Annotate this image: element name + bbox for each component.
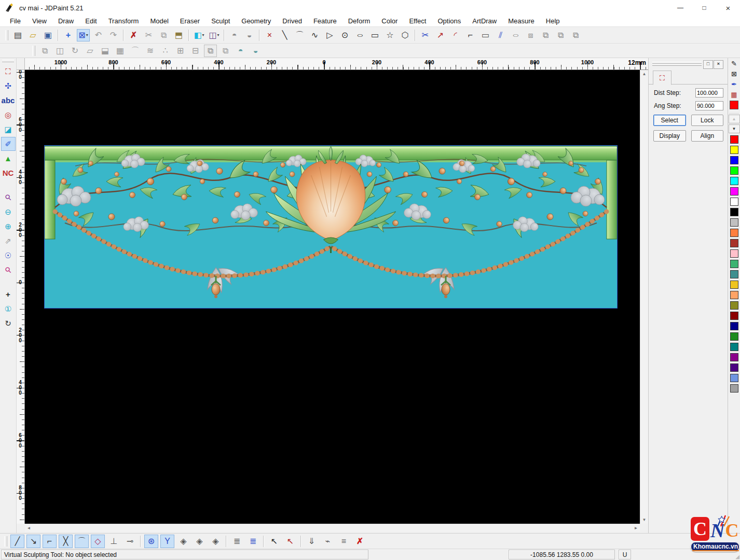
plane-snap-yz[interactable]: ◈ [193,535,207,548]
vertical-scrollbar[interactable]: ▲ ▼ [640,70,648,524]
grid-array[interactable]: ▦ [114,45,127,57]
color-swatch-22[interactable] [730,353,738,361]
menu-geometry[interactable]: Geometry [236,16,277,26]
menu-transform[interactable]: Transform [103,16,145,26]
new-file[interactable]: ▤ [11,29,24,41]
draw-star[interactable]: ☆ [383,29,396,41]
menu-color[interactable]: Color [376,16,403,26]
no-color-tool[interactable]: ⊠ [729,69,739,79]
menu-drived[interactable]: Drived [277,16,308,26]
wireframe-view[interactable]: ◫▾ [208,29,221,41]
axis-snap[interactable]: Y [160,535,174,548]
resize-grip[interactable]: ◢ [735,554,739,559]
redo[interactable]: ↷ [107,29,120,41]
zoom-actual-tool[interactable]: ① [1,302,16,316]
save-file[interactable]: ▣ [42,29,54,41]
zoom-in-tool[interactable]: ⊕ [1,219,16,233]
lock-button[interactable]: Lock [691,115,724,126]
color-swatch-19[interactable] [730,322,738,330]
maximize-button[interactable]: □ [692,0,716,16]
tangent-snap[interactable]: ⌒ [75,535,89,548]
select-button[interactable]: Select [653,115,686,126]
menu-effect[interactable]: Effect [403,16,432,26]
scroll-left-arrow[interactable]: ◄ [25,524,33,532]
toolbar-grip[interactable] [32,46,35,56]
project-view[interactable]: ≣ [246,535,260,548]
refresh-view-tool[interactable]: ↻ [1,316,16,330]
align-button[interactable]: Align [691,130,724,142]
view-eye-tool[interactable]: ☉ [1,248,16,262]
chamfer-corner[interactable]: ⌐ [464,29,477,41]
render-shaded[interactable]: ◓ [228,29,241,41]
color-swatch-21[interactable] [730,343,738,351]
panel-maximize-button[interactable]: □ [703,60,713,69]
arc-align[interactable]: ⌒ [129,45,142,57]
color-swatch-13[interactable] [730,260,738,268]
contour-tool[interactable]: ◎ [1,108,16,122]
palette-scroll-up[interactable]: ▲ [729,115,740,123]
color-swatch-17[interactable] [730,301,738,310]
menu-deform[interactable]: Deform [342,16,376,26]
fence-deform[interactable]: ≋ [144,45,157,57]
cancel-command[interactable]: ✗ [353,535,367,548]
color-swatch-9[interactable] [730,218,738,227]
node-edit-tool[interactable]: ✣ [1,79,16,93]
scroll-up-arrow[interactable]: ▲ [640,70,648,78]
array-copy[interactable]: ⧉ [539,29,552,41]
render-top-half[interactable]: ◓ [234,45,247,57]
draw-curve[interactable]: ∿ [308,29,321,41]
paste[interactable]: ⬒ [172,29,185,41]
menu-edit[interactable]: Edit [79,16,102,26]
draw-rectangle[interactable]: ▭ [368,29,381,41]
draw-polygon[interactable]: ⬡ [399,29,412,41]
flip-transform[interactable]: ⬓ [99,45,112,57]
color-swatch-12[interactable] [730,249,738,258]
draw-polyline[interactable]: ▷ [323,29,336,41]
palette-edit-tool[interactable]: ▦ [729,90,739,100]
color-swatch-16[interactable] [730,291,738,299]
menu-file[interactable]: File [4,16,26,26]
color-swatch-6[interactable] [730,187,738,195]
array-copy-2[interactable]: ⧉ [554,29,567,41]
measure-points[interactable]: ⌁ [321,535,335,548]
grid-compress[interactable]: ⊟ [189,45,202,57]
menu-eraser[interactable]: Eraser [174,16,205,26]
color-swatch-14[interactable] [730,270,738,278]
rotate-copy[interactable]: ↻ [68,45,81,57]
mirror-copy[interactable]: ◫ [53,45,66,57]
color-swatch-15[interactable] [730,281,738,289]
pick-object[interactable]: ↖ [267,535,281,548]
undo[interactable]: ↶ [92,29,105,41]
eyedropper-tool[interactable]: ✒ [729,79,739,89]
extend-curve[interactable]: ↗ [434,29,447,41]
color-swatch-4[interactable] [730,166,738,175]
copy[interactable]: ⧉ [157,29,170,41]
current-color-swatch[interactable] [729,100,739,110]
modify-rect[interactable]: ▭ [479,29,492,41]
wireframe-view-dropdown[interactable]: ▾ [217,33,220,37]
tangent-point-snap[interactable]: ⊸ [123,535,137,548]
menu-artdraw[interactable]: ArtDraw [467,16,502,26]
group-objects[interactable]: ⧉ [204,45,217,57]
panel-close-button[interactable]: × [714,60,723,69]
color-swatch-20[interactable] [730,332,738,341]
zoom-window-tool[interactable]: ⚲ [1,190,16,204]
knife-tool[interactable]: ◪ [1,122,16,136]
perpendicular-snap[interactable]: ⊥ [107,535,121,548]
color-swatch-3[interactable] [730,156,738,164]
draw-ellipse[interactable]: ○ [353,29,366,41]
render-bottom[interactable]: ◒ [249,45,262,57]
array-copy-3[interactable]: ⧉ [569,29,582,41]
cut[interactable]: ✂ [142,29,155,41]
flatten-ellipse[interactable]: ○ [509,29,522,41]
close-button[interactable]: × [716,0,740,16]
snap-origin[interactable]: + [62,29,75,41]
render-solid[interactable]: ◒ [243,29,256,41]
scroll-right-arrow[interactable]: ► [632,524,640,532]
color-swatch-18[interactable] [730,312,738,320]
horizontal-scrollbar[interactable]: ◄ ► [25,524,640,532]
color-swatch-8[interactable] [730,208,738,216]
open-folder[interactable]: ▱ [26,29,39,41]
color-swatch-23[interactable] [730,363,738,372]
preview-zoom-tool[interactable]: ⚲ [1,263,16,277]
